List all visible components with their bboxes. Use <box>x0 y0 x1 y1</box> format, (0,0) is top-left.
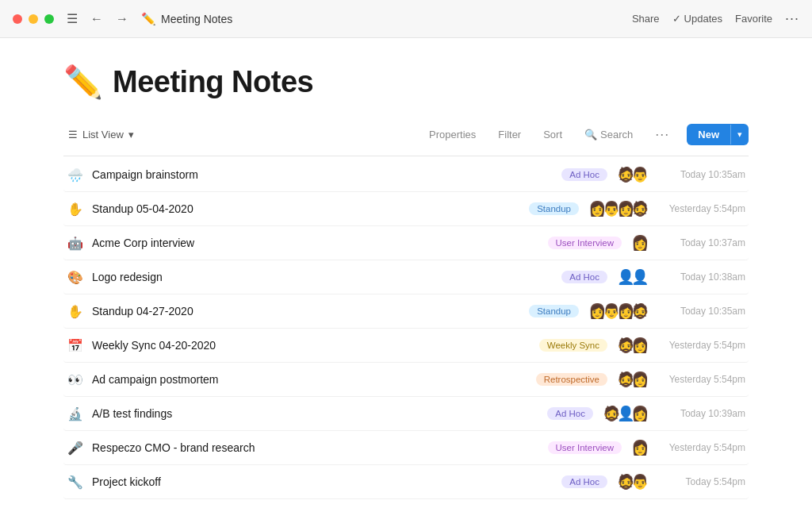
share-button[interactable]: Share <box>632 13 660 25</box>
avatar: 👨 <box>631 473 649 491</box>
item-avatars: 👤👤 <box>617 268 649 286</box>
item-time: Today 10:35am <box>658 169 745 180</box>
item-tag: Ad Hoc <box>561 271 607 283</box>
item-avatars: 👩 <box>631 439 649 456</box>
list-item[interactable]: ✋ Standup 05-04-2020 Standup 👩👨👩🧔 Yester… <box>63 192 749 226</box>
item-avatars: 🧔👩 <box>617 337 649 354</box>
item-tag: Ad Hoc <box>561 475 607 488</box>
item-tag: Ad Hoc <box>547 407 593 420</box>
item-title: Logo redesign <box>92 271 561 283</box>
item-emoji: 🌧️ <box>67 167 84 183</box>
item-emoji: 👀 <box>67 372 84 387</box>
sort-button[interactable]: Sort <box>538 125 567 144</box>
item-right: Standup 👩👨👩🧔 Yesterday 5:54pm <box>529 200 745 217</box>
item-tag: Standup <box>529 202 579 215</box>
item-time: Yesterday 5:54pm <box>658 374 745 385</box>
item-right: Ad Hoc 🧔👨 Today 10:35am <box>561 166 745 183</box>
item-tag: Ad Hoc <box>561 168 607 181</box>
new-row[interactable]: + New <box>63 499 749 508</box>
list-item[interactable]: 🎨 Logo redesign Ad Hoc 👤👤 Today 10:38am <box>63 260 749 294</box>
item-avatars: 👩 <box>631 234 649 252</box>
titlebar-title: Meeting Notes <box>161 13 632 25</box>
list-item[interactable]: 📅 Weekly Sync 04-20-2020 Weekly Sync 🧔👩 … <box>63 329 749 363</box>
list-item[interactable]: 👀 Ad campaign postmortem Retrospective 🧔… <box>63 363 749 397</box>
list-item[interactable]: 🔬 A/B test findings Ad Hoc 🧔👤👩 Today 10:… <box>63 397 749 431</box>
divider <box>63 156 749 156</box>
item-time: Yesterday 5:54pm <box>658 442 745 453</box>
avatar: 👨 <box>631 166 649 183</box>
item-right: User Interview 👩 Today 10:37am <box>548 234 746 252</box>
list-view-label: List View <box>82 129 124 140</box>
item-tag: Weekly Sync <box>539 339 607 352</box>
new-button-chevron[interactable]: ▾ <box>730 125 749 144</box>
titlebar-actions: Share ✓ Updates Favorite ··· <box>632 10 799 27</box>
list-item[interactable]: 🎤 Respeczo CMO - brand research User Int… <box>63 431 749 465</box>
item-right: Ad Hoc 🧔👤👩 Today 10:39am <box>547 405 745 422</box>
list-item[interactable]: ✋ Standup 04-27-2020 Standup 👩👨👩🧔 Today … <box>63 294 749 329</box>
list-item[interactable]: 🔧 Project kickoff Ad Hoc 🧔👨 Today 5:54pm <box>63 465 749 499</box>
main-content: ✏️ Meeting Notes ☰ List View ▾ Propertie… <box>0 38 812 508</box>
toolbar-left: ☰ List View ▾ <box>63 125 424 144</box>
item-title: Acme Corp interview <box>92 237 548 249</box>
item-avatars: 🧔👤👩 <box>603 405 649 422</box>
item-title: Ad campaign postmortem <box>92 373 536 386</box>
item-time: Today 10:35am <box>658 306 745 317</box>
toolbar-more-button[interactable]: ··· <box>650 123 674 146</box>
minimize-button[interactable] <box>29 14 38 24</box>
page-icon: ✏️ <box>141 12 156 26</box>
back-button[interactable]: ← <box>87 10 106 28</box>
avatar: 👩 <box>631 405 649 422</box>
item-title: Respeczo CMO - brand research <box>92 441 548 454</box>
item-right: Ad Hoc 🧔👨 Today 5:54pm <box>561 473 745 491</box>
filter-button[interactable]: Filter <box>493 125 526 144</box>
item-time: Today 10:37am <box>658 237 745 248</box>
avatar: 👩 <box>631 439 649 456</box>
forward-button[interactable]: → <box>113 10 132 28</box>
more-button[interactable]: ··· <box>785 10 799 27</box>
item-emoji: 🎨 <box>67 270 84 285</box>
updates-button[interactable]: ✓ Updates <box>672 13 722 25</box>
search-label: Search <box>600 129 633 140</box>
item-emoji: 🔧 <box>67 475 84 490</box>
avatar: 👩 <box>631 371 649 388</box>
item-tag: Standup <box>529 305 579 318</box>
item-avatars: 🧔👨 <box>617 473 649 491</box>
item-emoji: 📅 <box>67 338 84 353</box>
item-emoji: 🤖 <box>67 236 84 251</box>
item-time: Yesterday 5:54pm <box>658 203 745 214</box>
avatar: 👩 <box>631 234 649 252</box>
close-button[interactable] <box>13 14 22 24</box>
item-right: Standup 👩👨👩🧔 Today 10:35am <box>529 302 745 320</box>
list-icon: ☰ <box>68 129 78 140</box>
menu-icon[interactable]: ☰ <box>67 11 78 26</box>
item-emoji: 🎤 <box>67 441 84 456</box>
nav-buttons: ← → <box>87 10 132 28</box>
item-time: Today 10:39am <box>658 408 745 419</box>
item-title: Project kickoff <box>92 475 561 488</box>
maximize-button[interactable] <box>44 14 54 24</box>
list-item[interactable]: 🤖 Acme Corp interview User Interview 👩 T… <box>63 226 749 260</box>
item-tag: Retrospective <box>536 373 607 386</box>
item-tag: User Interview <box>548 441 622 454</box>
chevron-down-icon: ▾ <box>128 129 134 140</box>
new-button-group: New ▾ <box>687 124 749 145</box>
search-button[interactable]: 🔍 Search <box>580 125 638 144</box>
item-avatars: 🧔👨 <box>617 166 649 183</box>
item-right: Weekly Sync 🧔👩 Yesterday 5:54pm <box>539 337 745 354</box>
list-item[interactable]: 🌧️ Campaign brainstorm Ad Hoc 🧔👨 Today 1… <box>63 158 749 192</box>
item-time: Today 5:54pm <box>658 476 745 487</box>
item-emoji: ✋ <box>67 202 84 217</box>
item-avatars: 👩👨👩🧔 <box>588 200 649 217</box>
titlebar: ☰ ← → ✏️ Meeting Notes Share ✓ Updates F… <box>0 0 812 38</box>
properties-button[interactable]: Properties <box>424 125 481 144</box>
item-avatars: 👩👨👩🧔 <box>588 302 649 320</box>
item-time: Today 10:38am <box>658 271 745 283</box>
list-view-button[interactable]: ☰ List View ▾ <box>63 125 139 144</box>
item-right: User Interview 👩 Yesterday 5:54pm <box>548 439 746 456</box>
item-title: Standup 05-04-2020 <box>92 202 529 215</box>
favorite-button[interactable]: Favorite <box>735 13 772 25</box>
avatar: 👩 <box>631 337 649 354</box>
new-button[interactable]: New <box>687 124 730 145</box>
avatar: 🧔 <box>631 302 649 320</box>
page-emoji: ✏️ <box>63 64 103 101</box>
